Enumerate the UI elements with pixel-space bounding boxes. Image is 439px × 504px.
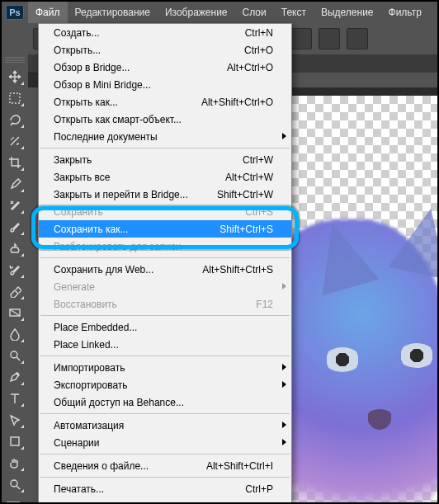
tool-pen[interactable] bbox=[4, 367, 26, 387]
menu-item-shortcut: Ctrl+W bbox=[233, 154, 273, 166]
option-slot[interactable] bbox=[347, 28, 368, 49]
move-icon bbox=[8, 70, 21, 83]
tool-zoom[interactable] bbox=[4, 474, 26, 494]
submenu-arrow-icon bbox=[282, 133, 286, 139]
menu-item[interactable]: Сохранить для Web...Alt+Shift+Ctrl+S bbox=[39, 261, 291, 278]
tool-crop[interactable] bbox=[4, 153, 26, 172]
menu-item-label: Общий доступ на Behance... bbox=[54, 397, 273, 408]
menu-item-label: Закрыть и перейти в Bridge... bbox=[54, 189, 207, 200]
brush-icon bbox=[8, 220, 21, 233]
tool-history-brush[interactable] bbox=[4, 260, 26, 280]
tool-healing-brush[interactable] bbox=[4, 195, 26, 215]
menu-item-label: Сохранить bbox=[54, 206, 235, 218]
menu-item-label: Обзор в Bridge... bbox=[54, 62, 217, 73]
menu-item-label: Сценарии bbox=[54, 437, 273, 449]
menu-item-label: Восстановить bbox=[54, 299, 246, 310]
menu-item-shortcut: Alt+Shift+Ctrl+I bbox=[196, 460, 273, 472]
color-swatches[interactable] bbox=[4, 499, 26, 504]
menu-item-label: Открыть как смарт-объект... bbox=[54, 114, 273, 125]
option-slot[interactable] bbox=[290, 28, 312, 49]
tool-eyedropper[interactable] bbox=[4, 174, 26, 194]
menu-item-label: Place Embedded... bbox=[54, 322, 273, 333]
menu-item[interactable]: Автоматизация bbox=[39, 417, 291, 434]
menu-item-label: Экспортировать bbox=[54, 379, 273, 391]
menu-item-label: Обзор в Mini Bridge... bbox=[54, 79, 273, 91]
tool-brush[interactable] bbox=[4, 217, 26, 237]
submenu-arrow-icon bbox=[282, 381, 286, 388]
menubar-item-изображение[interactable]: Изображение bbox=[158, 2, 235, 23]
menu-item[interactable]: Открыть как смарт-объект... bbox=[39, 111, 291, 128]
menu-item-shortcut: Alt+Shift+Ctrl+S bbox=[192, 264, 273, 276]
menu-item[interactable]: Открыть...Ctrl+O bbox=[39, 41, 291, 59]
menu-item[interactable]: Сведения о файле...Alt+Shift+Ctrl+I bbox=[39, 457, 291, 474]
menu-item-label: Закрыть все bbox=[54, 172, 215, 183]
file-menu-dropdown: Создать...Ctrl+NОткрыть...Ctrl+OОбзор в … bbox=[38, 23, 292, 504]
menu-bar: Ps ФайлРедактированиеИзображениеСлоиТекс… bbox=[2, 2, 437, 24]
tool-move[interactable] bbox=[4, 67, 26, 87]
toolbox bbox=[2, 54, 29, 502]
tool-path-select[interactable] bbox=[4, 410, 26, 430]
menu-item[interactable]: Сохранить как...Shift+Ctrl+S bbox=[39, 220, 291, 238]
menu-item[interactable]: Закрыть всеAlt+Ctrl+W bbox=[39, 168, 291, 186]
menu-separator bbox=[40, 477, 290, 478]
tool-blur[interactable] bbox=[4, 324, 26, 344]
menu-item[interactable]: Обзор в Bridge...Alt+Ctrl+O bbox=[39, 59, 291, 76]
tool-lasso[interactable] bbox=[4, 110, 26, 130]
menubar-item-редактирование[interactable]: Редактирование bbox=[68, 2, 158, 23]
toolbox-grip[interactable] bbox=[5, 57, 25, 64]
menu-item-label: Закрыть bbox=[54, 154, 233, 166]
menubar-item-текст[interactable]: Текст bbox=[274, 2, 314, 23]
menu-item-shortcut: Ctrl+P bbox=[235, 483, 273, 495]
menu-item[interactable]: Печать одного экземпляраAlt+Shift+Ctrl+P bbox=[39, 497, 291, 504]
tool-magic-wand[interactable] bbox=[4, 131, 26, 151]
menu-item-label: Сохранить как... bbox=[54, 224, 210, 235]
menu-item-shortcut: F12 bbox=[246, 299, 273, 310]
menu-item: Разблокировать для записи bbox=[39, 238, 291, 255]
tool-eraser[interactable] bbox=[4, 281, 26, 301]
menubar-item-файл[interactable]: Файл bbox=[28, 2, 68, 23]
menu-item[interactable]: Общий доступ на Behance... bbox=[39, 393, 291, 411]
menu-item[interactable]: Сценарии bbox=[39, 434, 291, 451]
menubar-item-выделение[interactable]: Выделение bbox=[314, 2, 381, 23]
pen-icon bbox=[8, 370, 21, 384]
menu-item-label: Печатать... bbox=[54, 483, 235, 495]
menu-item-label: Создать... bbox=[54, 27, 235, 39]
tool-hand[interactable] bbox=[4, 453, 26, 473]
menubar-item-фильтр[interactable]: Фильтр bbox=[381, 2, 429, 23]
menu-item-label: Разблокировать для записи bbox=[54, 241, 273, 252]
menubar-item-слои[interactable]: Слои bbox=[235, 2, 274, 23]
menu-item[interactable]: Place Linked... bbox=[39, 336, 291, 353]
menu-item-label: Generate bbox=[54, 281, 273, 293]
menu-item[interactable]: Печатать...Ctrl+P bbox=[39, 480, 291, 497]
option-slot[interactable] bbox=[319, 28, 340, 49]
menu-item[interactable]: Открыть как...Alt+Shift+Ctrl+O bbox=[39, 93, 291, 111]
menu-item-label: Открыть... bbox=[54, 45, 234, 56]
menu-item-shortcut: Shift+Ctrl+S bbox=[210, 224, 273, 235]
menu-item[interactable]: Импортировать bbox=[39, 359, 291, 376]
menu-item: Generate bbox=[39, 278, 291, 295]
hand-icon bbox=[8, 456, 21, 469]
menu-item[interactable]: Place Embedded... bbox=[39, 318, 291, 336]
menu-item-shortcut: Ctrl+S bbox=[235, 206, 273, 218]
menu-item[interactable]: Экспортировать bbox=[39, 376, 291, 393]
menu-separator bbox=[40, 148, 290, 148]
tool-gradient[interactable] bbox=[4, 303, 26, 323]
tool-dodge[interactable] bbox=[4, 346, 26, 365]
svg-rect-3 bbox=[11, 437, 19, 445]
menu-item[interactable]: Закрыть и перейти в Bridge...Shift+Ctrl+… bbox=[39, 186, 291, 203]
menu-item[interactable]: Последние документы bbox=[39, 128, 291, 145]
menu-item[interactable]: Обзор в Mini Bridge... bbox=[39, 76, 291, 93]
menu-item: СохранитьCtrl+S bbox=[39, 203, 291, 220]
tool-rectangle[interactable] bbox=[4, 431, 26, 451]
tool-marquee[interactable] bbox=[4, 88, 26, 108]
menu-item[interactable]: Создать...Ctrl+N bbox=[39, 24, 291, 41]
menu-item[interactable]: ЗакрытьCtrl+W bbox=[39, 151, 291, 168]
submenu-arrow-icon bbox=[282, 364, 286, 370]
tool-type[interactable] bbox=[4, 389, 26, 408]
rectangle-icon bbox=[8, 435, 21, 448]
menu-item-label: Импортировать bbox=[54, 362, 273, 374]
menu-separator bbox=[40, 454, 290, 455]
clone-stamp-icon bbox=[8, 242, 21, 255]
magic-wand-icon bbox=[8, 134, 21, 148]
tool-clone-stamp[interactable] bbox=[4, 238, 26, 258]
